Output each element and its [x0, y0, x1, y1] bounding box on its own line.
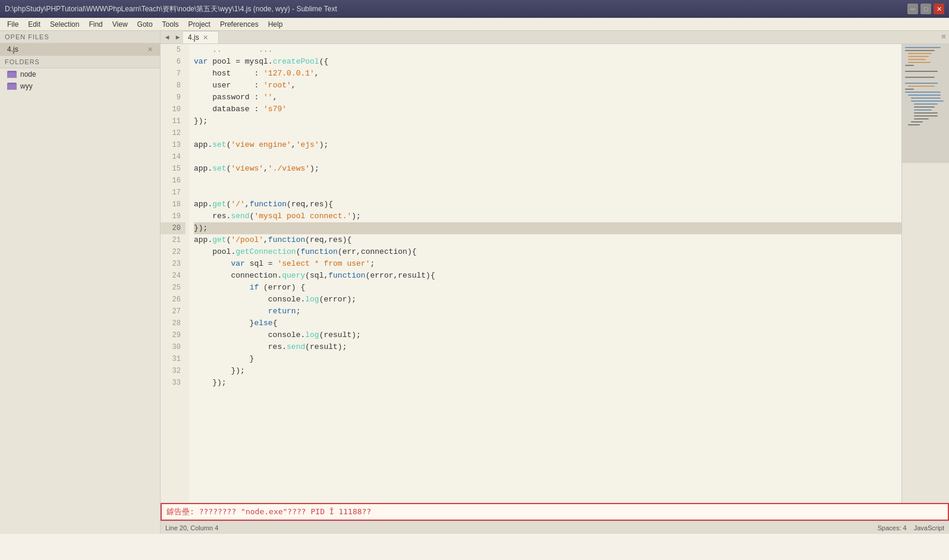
- tab-4js[interactable]: 4.js ✕: [183, 31, 219, 43]
- sidebar-file-name: 4.js: [7, 45, 18, 54]
- spaces-setting[interactable]: Spaces: 4: [878, 524, 907, 531]
- menu-goto[interactable]: Goto: [133, 19, 158, 30]
- code-line-11: });: [194, 115, 901, 127]
- svg-rect-17: [914, 106, 935, 108]
- menu-tools[interactable]: Tools: [158, 19, 184, 30]
- menu-bar: File Edit Selection Find View Goto Tools…: [0, 18, 949, 31]
- line-num-31: 31: [161, 353, 186, 365]
- menu-edit[interactable]: Edit: [23, 19, 45, 30]
- code-line-19: res.send('mysql pool connect.');: [194, 210, 901, 222]
- sidebar-folder-wyy[interactable]: wyy: [0, 80, 160, 92]
- maximize-button[interactable]: □: [920, 4, 931, 14]
- svg-rect-13: [908, 95, 941, 96]
- tab-label: 4.js: [188, 33, 199, 42]
- code-content[interactable]: .. ... var pool = mysql.createPool({ hos…: [189, 44, 901, 503]
- code-line-31: }: [194, 353, 901, 365]
- line-num-14: 14: [161, 151, 186, 163]
- menu-file[interactable]: File: [2, 19, 23, 30]
- minimize-button[interactable]: ─: [907, 4, 918, 14]
- line-num-12: 12: [161, 127, 186, 139]
- line-num-7: 7: [161, 68, 186, 80]
- line-num-9: 9: [161, 92, 186, 103]
- line-num-20: 20: [161, 222, 186, 234]
- editor-body[interactable]: 5 6 7 8 9 10 11 12 13 14 15 16 17 18 19 …: [161, 44, 949, 503]
- line-num-25: 25: [161, 282, 186, 294]
- close-button[interactable]: ✕: [934, 4, 944, 14]
- line-num-6: 6: [161, 56, 186, 68]
- menu-find[interactable]: Find: [84, 19, 107, 30]
- minimap-svg: [902, 44, 949, 401]
- line-num-29: 29: [161, 329, 186, 341]
- open-files-header: OPEN FILES: [0, 31, 160, 43]
- line-num-19: 19: [161, 210, 186, 222]
- line-numbers: 5 6 7 8 9 10 11 12 13 14 15 16 17 18 19 …: [161, 44, 189, 503]
- code-line-6: var pool = mysql.createPool({: [194, 56, 901, 68]
- menu-selection[interactable]: Selection: [45, 19, 84, 30]
- menu-preferences[interactable]: Preferences: [215, 19, 263, 30]
- editor-container: ◀ ▶ 4.js ✕ ≡ 5 6 7 8 9 10 11 12 13 14 15: [161, 31, 949, 534]
- status-left: Line 20, Column 4: [165, 524, 218, 531]
- line-num-10: 10: [161, 103, 186, 115]
- code-line-18: app.get('/',function(req,res){: [194, 199, 901, 210]
- code-line-28: }else{: [194, 317, 901, 329]
- svg-rect-6: [905, 65, 914, 66]
- folder-name-wyy: wyy: [20, 82, 33, 90]
- line-num-13: 13: [161, 139, 186, 151]
- code-line-27: return;: [194, 306, 901, 317]
- tab-nav-right[interactable]: ▶: [172, 31, 183, 43]
- code-line-17: [194, 187, 901, 199]
- folder-icon-wyy: [7, 83, 17, 90]
- code-line-22: pool.getConnection(function(err,connecti…: [194, 246, 901, 258]
- code-line-20: });: [194, 222, 901, 234]
- svg-rect-15: [911, 100, 944, 102]
- code-line-12: [194, 127, 901, 139]
- line-num-27: 27: [161, 306, 186, 317]
- line-num-5: 5: [161, 44, 186, 56]
- svg-rect-9: [905, 83, 938, 84]
- tab-menu-button[interactable]: ≡: [938, 31, 949, 43]
- tab-bar: ◀ ▶ 4.js ✕ ≡: [161, 31, 949, 44]
- code-line-16: [194, 175, 901, 187]
- menu-help[interactable]: Help: [263, 19, 288, 30]
- code-line-15: app.set('views','./views');: [194, 163, 901, 175]
- code-line-13: app.set('view engine','ejs');: [194, 139, 901, 151]
- svg-rect-2: [908, 53, 932, 54]
- code-line-29: console.log(result);: [194, 329, 901, 341]
- svg-rect-14: [911, 97, 941, 99]
- line-num-22: 22: [161, 246, 186, 258]
- folder-icon-node: [7, 71, 17, 78]
- code-line-25: if (error) {: [194, 282, 901, 294]
- line-num-24: 24: [161, 270, 186, 282]
- line-num-33: 33: [161, 377, 186, 389]
- menu-project[interactable]: Project: [184, 19, 215, 30]
- main-layout: OPEN FILES 4.js ✕ FOLDERS node wyy ◀ ▶ 4…: [0, 31, 949, 534]
- code-line-14: [194, 151, 901, 163]
- cursor-position: Line 20, Column 4: [165, 524, 218, 531]
- menu-view[interactable]: View: [108, 19, 133, 30]
- line-num-8: 8: [161, 80, 186, 92]
- sidebar-folder-node[interactable]: node: [0, 68, 160, 80]
- svg-rect-3: [908, 56, 929, 57]
- sidebar: OPEN FILES 4.js ✕ FOLDERS node wyy: [0, 31, 161, 534]
- status-right: Spaces: 4 JavaScript: [878, 524, 944, 531]
- svg-rect-16: [914, 103, 938, 105]
- svg-rect-5: [908, 62, 931, 63]
- code-line-7: host : '127.0.0.1',: [194, 68, 901, 80]
- line-num-16: 16: [161, 175, 186, 187]
- tab-nav-left[interactable]: ◀: [162, 31, 172, 43]
- code-line-9: password : '',: [194, 92, 901, 103]
- folders-header: FOLDERS: [0, 55, 160, 68]
- code-line-5: .. ...: [194, 44, 901, 56]
- code-line-23: var sql = 'select * from user';: [194, 258, 901, 270]
- language-mode[interactable]: JavaScript: [914, 524, 944, 531]
- sidebar-file-4js[interactable]: 4.js ✕: [0, 43, 160, 55]
- tab-close-icon[interactable]: ✕: [203, 34, 208, 42]
- svg-rect-23: [908, 124, 920, 125]
- line-num-17: 17: [161, 187, 186, 199]
- code-line-8: user : 'root',: [194, 80, 901, 92]
- line-num-32: 32: [161, 365, 186, 377]
- svg-rect-22: [911, 121, 923, 122]
- line-num-11: 11: [161, 115, 186, 127]
- line-num-28: 28: [161, 317, 186, 329]
- file-close-icon[interactable]: ✕: [147, 46, 153, 54]
